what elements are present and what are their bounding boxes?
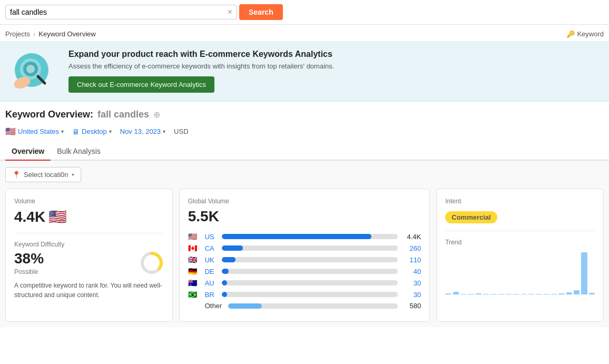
volume-label: Volume — [14, 198, 164, 205]
trend-bar-6 — [490, 294, 496, 294]
device-label: Desktop — [82, 127, 107, 135]
location-placeholder: Select locati0n — [24, 171, 68, 179]
intent-divider — [445, 231, 595, 231]
other-bar — [228, 303, 262, 309]
trend-bar-13 — [544, 294, 549, 294]
au-bar — [222, 280, 227, 286]
de-flag: 🇩🇪 — [188, 267, 201, 276]
device-chevron-icon: ▾ — [109, 129, 112, 134]
global-volume-card: Global Volume 5.5K 🇺🇸 US 4.4K 🇨🇦 CA 260 … — [179, 189, 430, 322]
br-bar — [222, 292, 227, 297]
ca-bar-track — [222, 245, 398, 251]
br-bar-track — [222, 292, 398, 297]
clear-icon[interactable]: × — [228, 7, 232, 17]
device-filter[interactable]: 🖥 Desktop ▾ — [72, 127, 112, 136]
trend-chart — [445, 252, 595, 294]
br-volume: 30 — [402, 291, 421, 299]
trend-bar-11 — [528, 294, 534, 294]
tab-overview[interactable]: Overview — [5, 143, 51, 161]
us-bar — [222, 234, 371, 239]
breadcrumb-current: Keyword Overview — [38, 30, 95, 38]
trend-bar-0 — [445, 293, 451, 294]
location-row: 📍 Select locati0n ▾ — [0, 161, 609, 189]
country-row-ca: 🇨🇦 CA 260 — [188, 244, 421, 252]
uk-code: UK — [205, 256, 218, 264]
keyword-link-label: Keyword — [577, 30, 604, 38]
trend-bar-12 — [536, 294, 542, 294]
us-flag: 🇺🇸 — [188, 232, 201, 241]
tab-bulk-analysis[interactable]: Bulk Analysis — [51, 143, 106, 161]
pin-icon: 📍 — [12, 171, 21, 179]
kd-donut-chart — [140, 251, 164, 275]
breadcrumb: Projects › Keyword Overview 🔑 Keyword — [0, 25, 609, 41]
search-button[interactable]: Search — [239, 4, 283, 20]
key-icon: 🔑 — [566, 30, 575, 38]
banner-title: Expand your product reach with E-commerc… — [68, 50, 334, 59]
trend-bar-9 — [513, 294, 519, 294]
au-flag: 🇦🇺 — [188, 279, 201, 287]
date-chevron-icon: ▾ — [163, 129, 165, 134]
add-keyword-icon[interactable]: ⊕ — [153, 110, 160, 120]
kd-info: 38% Possible — [14, 250, 133, 276]
uk-bar-track — [222, 257, 398, 262]
breadcrumb-projects[interactable]: Projects — [5, 30, 30, 38]
intent-badge: Commercial — [445, 211, 497, 223]
filters-row: 🇺🇸 United States ▾ 🖥 Desktop ▾ Nov 13, 2… — [0, 124, 609, 143]
trend-bar-5 — [483, 294, 489, 294]
kd-label: Keyword Difficulty — [14, 241, 164, 248]
uk-bar — [222, 257, 236, 262]
trend-bar-4 — [476, 293, 482, 294]
location-chevron-icon: ▾ — [72, 172, 74, 178]
us-code: US — [205, 233, 218, 241]
trend-bar-16 — [566, 292, 572, 294]
kw-name: fall candles — [97, 109, 149, 120]
ca-volume: 260 — [402, 244, 421, 252]
intent-trend-card: Intent Commercial Trend — [436, 189, 604, 322]
card-divider — [14, 233, 164, 233]
breadcrumb-separator: › — [33, 30, 35, 38]
uk-flag: 🇬🇧 — [188, 255, 201, 264]
trend-bar-10 — [521, 294, 527, 294]
intent-label: Intent — [445, 198, 595, 205]
trend-bar-19 — [589, 293, 595, 294]
search-bar: × Search — [0, 0, 609, 25]
country-row-de: 🇩🇪 DE 40 — [188, 267, 421, 276]
ca-code: CA — [205, 244, 218, 252]
other-volume: 580 — [402, 302, 421, 310]
br-flag: 🇧🇷 — [188, 290, 201, 299]
date-filter[interactable]: Nov 13, 2023 ▾ — [120, 127, 165, 135]
de-bar — [222, 269, 229, 274]
trend-bar-3 — [468, 294, 474, 294]
country-chevron-icon: ▾ — [61, 129, 64, 134]
trend-bar-15 — [558, 293, 564, 294]
location-select-button[interactable]: 📍 Select locati0n ▾ — [5, 167, 81, 182]
global-volume-label: Global Volume — [188, 198, 421, 205]
trend-bar-7 — [498, 294, 504, 294]
search-input-wrapper: × — [5, 5, 237, 19]
tabs-bar: Overview Bulk Analysis — [0, 143, 609, 161]
trend-bar-17 — [574, 290, 579, 294]
country-row-us: 🇺🇸 US 4.4K — [188, 232, 421, 241]
other-bar-track — [228, 303, 398, 309]
promo-banner: Expand your product reach with E-commerc… — [0, 41, 609, 102]
br-code: BR — [205, 291, 218, 299]
us-flag-icon: 🇺🇸 — [48, 208, 67, 225]
uk-volume: 110 — [402, 256, 421, 264]
banner-cta-button[interactable]: Check out E-commerce Keyword Analytics — [68, 76, 214, 93]
ca-flag: 🇨🇦 — [188, 244, 201, 252]
country-row-br: 🇧🇷 BR 30 — [188, 290, 421, 299]
other-code: Other — [205, 302, 224, 310]
kw-overview-label: Keyword Overview: — [5, 109, 93, 120]
search-input[interactable] — [10, 8, 225, 16]
au-volume: 30 — [402, 279, 421, 287]
monitor-icon: 🖥 — [72, 127, 80, 136]
country-filter[interactable]: 🇺🇸 United States ▾ — [5, 126, 64, 136]
trend-bar-18 — [581, 252, 587, 294]
de-volume: 40 — [402, 268, 421, 276]
banner-illustration — [11, 50, 58, 92]
au-bar-track — [222, 280, 398, 286]
country-label: United States — [18, 127, 59, 135]
ca-bar — [222, 245, 243, 251]
keyword-nav-link[interactable]: 🔑 Keyword — [566, 30, 604, 38]
country-row-uk: 🇬🇧 UK 110 — [188, 255, 421, 264]
